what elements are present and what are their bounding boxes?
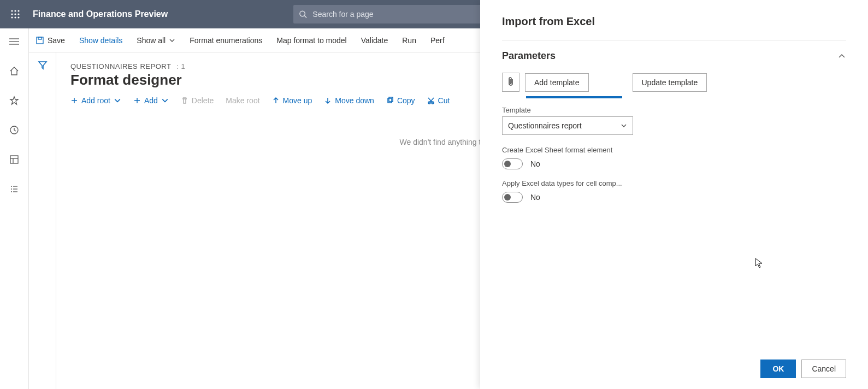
home-icon[interactable]: [3, 62, 25, 80]
cancel-button[interactable]: Cancel: [801, 359, 846, 378]
apply-types-toggle[interactable]: [502, 192, 523, 203]
move-up-label: Move up: [283, 96, 312, 105]
breadcrumb-label: QUESTIONNAIRES REPORT: [70, 62, 171, 70]
svg-point-2: [17, 10, 19, 11]
template-value: Questionnaires report: [508, 121, 582, 130]
format-enumerations-button[interactable]: Format enumerations: [190, 36, 262, 45]
add-label: Add: [144, 96, 158, 105]
apply-types-value: No: [530, 193, 540, 202]
show-all-label: Show all: [137, 36, 166, 45]
svg-rect-30: [388, 98, 392, 103]
add-root-button[interactable]: Add root: [70, 96, 121, 105]
svg-point-0: [11, 10, 13, 11]
recent-icon[interactable]: [3, 121, 25, 139]
ok-button[interactable]: OK: [760, 359, 796, 378]
save-icon: [36, 36, 44, 45]
create-sheet-label: Create Excel Sheet format element: [502, 146, 846, 154]
svg-point-5: [17, 13, 19, 15]
svg-rect-24: [37, 37, 43, 44]
import-excel-panel: Import from Excel Parameters Add templat…: [480, 0, 868, 389]
svg-line-10: [305, 16, 307, 18]
move-up-button[interactable]: Move up: [272, 96, 312, 105]
divider: [502, 40, 846, 40]
panel-footer: OK Cancel: [502, 353, 846, 378]
chevron-down-icon: [161, 97, 169, 104]
svg-point-3: [11, 13, 13, 15]
cut-button[interactable]: Cut: [427, 96, 450, 105]
svg-point-6: [11, 16, 13, 18]
filter-column: [29, 52, 56, 389]
paperclip-icon: [507, 76, 515, 86]
svg-point-1: [14, 10, 16, 11]
parameters-header: Parameters: [502, 50, 846, 62]
svg-point-7: [14, 16, 16, 18]
map-format-button[interactable]: Map format to model: [276, 36, 346, 45]
move-down-label: Move down: [335, 96, 374, 105]
svg-point-9: [300, 11, 305, 16]
highlight-bar: [526, 96, 622, 98]
cut-icon: [427, 97, 435, 104]
panel-title: Import from Excel: [502, 15, 846, 28]
breadcrumb-index: : 1: [176, 62, 185, 70]
workspaces-icon[interactable]: [3, 151, 25, 168]
chevron-down-icon: [621, 122, 627, 129]
copy-label: Copy: [397, 96, 415, 105]
trash-icon: [181, 97, 188, 104]
template-select[interactable]: Questionnaires report: [502, 116, 633, 135]
svg-point-8: [17, 16, 19, 18]
show-all-dropdown[interactable]: Show all: [137, 36, 175, 45]
add-button[interactable]: Add: [133, 96, 169, 105]
chevron-down-icon: [169, 37, 175, 44]
apply-types-row: No: [502, 192, 846, 203]
attach-button[interactable]: [502, 73, 519, 92]
app-title: Finance and Operations Preview: [33, 9, 168, 19]
template-field-label: Template: [502, 106, 846, 114]
hamburger-icon[interactable]: [3, 33, 25, 50]
svg-rect-31: [389, 97, 393, 102]
svg-point-4: [14, 13, 16, 15]
add-template-button[interactable]: Add template: [525, 73, 589, 92]
perf-button[interactable]: Perf: [430, 36, 445, 45]
delete-button: Delete: [181, 96, 214, 105]
plus-icon: [70, 97, 78, 104]
create-sheet-toggle[interactable]: [502, 158, 523, 169]
chevron-down-icon: [114, 97, 121, 104]
copy-button[interactable]: Copy: [386, 96, 415, 105]
delete-label: Delete: [192, 96, 214, 105]
chevron-up-icon[interactable]: [837, 52, 846, 61]
copy-icon: [386, 97, 394, 104]
show-details-link[interactable]: Show details: [79, 36, 122, 45]
app-launcher-icon[interactable]: [4, 0, 26, 28]
modules-icon[interactable]: [3, 180, 25, 198]
filter-icon[interactable]: [38, 60, 48, 70]
svg-rect-25: [38, 37, 42, 39]
arrow-down-icon: [324, 97, 332, 104]
create-sheet-row: No: [502, 158, 846, 169]
left-nav-rail: [0, 28, 29, 389]
parameters-title: Parameters: [502, 50, 556, 62]
validate-button[interactable]: Validate: [361, 36, 388, 45]
make-root-button: Make root: [226, 96, 259, 105]
update-template-button[interactable]: Update template: [633, 73, 707, 92]
add-root-label: Add root: [81, 96, 110, 105]
apply-types-label: Apply Excel data types for cell comp...: [502, 179, 846, 187]
svg-rect-15: [10, 156, 18, 163]
arrow-up-icon: [272, 97, 280, 104]
save-button[interactable]: Save: [36, 36, 65, 45]
cut-label: Cut: [438, 96, 450, 105]
save-label: Save: [48, 36, 65, 45]
favorites-icon[interactable]: [3, 92, 25, 109]
template-buttons-row: Add template Update template: [502, 73, 846, 92]
create-sheet-value: No: [530, 160, 540, 168]
run-button[interactable]: Run: [402, 36, 416, 45]
plus-icon: [133, 97, 141, 104]
search-icon: [299, 10, 307, 19]
move-down-button[interactable]: Move down: [324, 96, 374, 105]
